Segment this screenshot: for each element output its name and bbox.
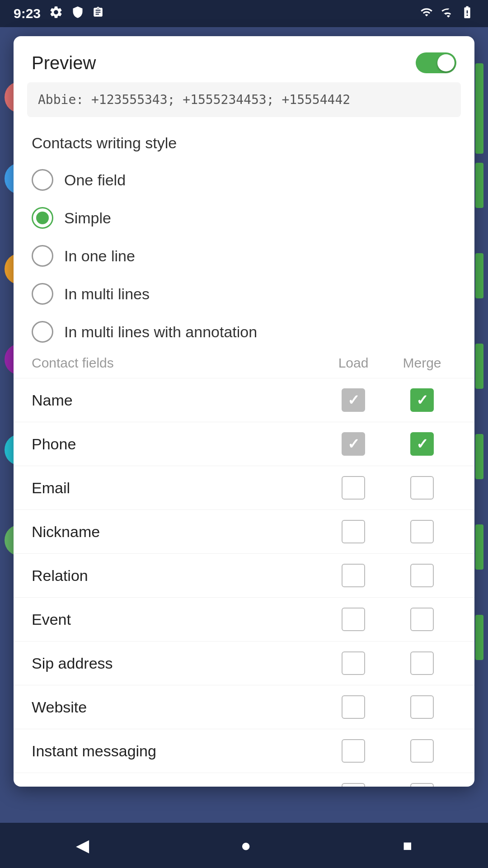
load-checkbox-1[interactable]: ✓ <box>326 432 380 456</box>
dialog: Preview Abbie: +123555343; +1555234453; … <box>14 36 474 787</box>
load-checkbox-box-7 <box>342 695 365 719</box>
clipboard-icon <box>92 5 104 23</box>
merge-checkbox-box-3 <box>410 520 434 543</box>
merge-checkbox-box-1: ✓ <box>410 432 434 456</box>
radio-label-one-field: One field <box>64 171 126 189</box>
load-checkbox-box-9 <box>342 783 365 787</box>
dialog-overlay: Preview Abbie: +123555343; +1555234453; … <box>0 27 488 868</box>
radio-label-in-multi-lines-annotation: In multi lines with annotation <box>64 323 257 341</box>
merge-checkbox-9[interactable] <box>395 783 449 787</box>
load-checkbox-box-6 <box>342 651 365 675</box>
load-checkbox-6[interactable] <box>326 651 380 675</box>
merge-checkbox-7[interactable] <box>395 695 449 719</box>
merge-checkbox-8[interactable] <box>395 739 449 763</box>
field-row: Sip address <box>14 641 474 685</box>
radio-label-in-multi-lines: In multi lines <box>64 285 150 303</box>
merge-checkbox-box-6 <box>410 651 434 675</box>
dialog-header: Preview <box>14 36 474 82</box>
nav-back-icon[interactable]: ◀ <box>76 835 89 855</box>
field-row: Event <box>14 597 474 641</box>
radio-in-one-line[interactable]: In one line <box>27 237 461 275</box>
radio-in-multi-lines[interactable]: In multi lines <box>27 275 461 313</box>
shield-icon <box>71 5 84 23</box>
checkmark-icon: ✓ <box>416 437 428 451</box>
toggle-thumb <box>437 54 455 71</box>
field-name-sip-address: Sip address <box>32 655 319 672</box>
field-name-nickname: Nickname <box>32 523 319 541</box>
merge-checkbox-4[interactable] <box>395 564 449 587</box>
load-checkbox-9[interactable] <box>326 783 380 787</box>
load-checkbox-box-4 <box>342 564 365 587</box>
load-checkbox-5[interactable] <box>326 608 380 631</box>
merge-col-label: Merge <box>395 355 449 371</box>
nav-recents-icon[interactable]: ■ <box>403 837 413 854</box>
load-checkbox-0[interactable]: ✓ <box>326 388 380 412</box>
wifi-icon <box>418 6 435 22</box>
merge-checkbox-1[interactable]: ✓ <box>395 432 449 456</box>
radio-label-in-one-line: In one line <box>64 247 135 265</box>
radio-circle-in-multi-lines-annotation <box>32 321 53 343</box>
radio-one-field[interactable]: One field <box>27 161 461 199</box>
field-row: Website <box>14 685 474 729</box>
field-row: Instant messaging <box>14 729 474 773</box>
radio-in-multi-lines-annotation[interactable]: In multi lines with annotation <box>27 313 461 351</box>
preview-toggle[interactable] <box>416 52 456 73</box>
nav-home-icon[interactable]: ● <box>241 836 251 855</box>
merge-checkbox-3[interactable] <box>395 520 449 543</box>
field-name-event: Event <box>32 611 319 628</box>
checkmark-icon: ✓ <box>347 393 360 407</box>
radio-circle-one-field <box>32 169 53 191</box>
nav-bar: ◀ ● ■ <box>0 823 488 868</box>
field-name-relation: Relation <box>32 567 319 585</box>
status-right <box>418 5 474 23</box>
writing-style-radio-group: One field Simple In one line In multi li… <box>14 161 474 351</box>
load-checkbox-8[interactable] <box>326 739 380 763</box>
contact-fields-list: Name✓✓Phone✓✓EmailNicknameRelationEventS… <box>14 378 474 787</box>
field-row: Email <box>14 466 474 509</box>
load-checkbox-7[interactable] <box>326 695 380 719</box>
merge-checkbox-box-0: ✓ <box>410 388 434 412</box>
load-checkbox-3[interactable] <box>326 520 380 543</box>
load-checkbox-box-5 <box>342 608 365 631</box>
merge-checkbox-2[interactable] <box>395 476 449 500</box>
field-row: Nickname <box>14 509 474 553</box>
field-name-email: Email <box>32 479 319 497</box>
merge-checkbox-5[interactable] <box>395 608 449 631</box>
load-checkbox-2[interactable] <box>326 476 380 500</box>
merge-checkbox-box-5 <box>410 608 434 631</box>
radio-inner-simple <box>36 212 49 224</box>
load-checkbox-4[interactable] <box>326 564 380 587</box>
checkmark-icon: ✓ <box>416 393 428 407</box>
load-col-label: Load <box>326 355 380 371</box>
radio-circle-in-multi-lines <box>32 283 53 305</box>
load-checkbox-box-1: ✓ <box>342 432 365 456</box>
dialog-title: Preview <box>32 53 96 73</box>
merge-checkbox-box-9 <box>410 783 434 787</box>
contact-fields-header: Contact fields Load Merge <box>14 351 474 378</box>
status-left: 9:23 <box>14 5 104 23</box>
contact-fields-label: Contact fields <box>32 355 319 371</box>
load-checkbox-box-2 <box>342 476 365 500</box>
checkmark-icon: ✓ <box>347 437 360 451</box>
status-time: 9:23 <box>14 6 41 21</box>
merge-checkbox-box-7 <box>410 695 434 719</box>
field-row: Phone✓✓ <box>14 422 474 466</box>
field-row: Name✓✓ <box>14 378 474 422</box>
merge-checkbox-box-4 <box>410 564 434 587</box>
field-name-phone: Phone <box>32 435 319 453</box>
merge-checkbox-6[interactable] <box>395 651 449 675</box>
radio-circle-in-one-line <box>32 245 53 267</box>
radio-simple[interactable]: Simple <box>27 199 461 237</box>
signal-icon <box>441 5 454 23</box>
field-name-name: Name <box>32 392 319 409</box>
field-row: Organization <box>14 773 474 787</box>
writing-style-label: Contacts writing style <box>14 130 474 161</box>
load-checkbox-box-0: ✓ <box>342 388 365 412</box>
battery-icon <box>460 5 474 23</box>
load-checkbox-box-3 <box>342 520 365 543</box>
field-row: Relation <box>14 553 474 597</box>
field-name-organization: Organization <box>32 786 319 787</box>
merge-checkbox-0[interactable]: ✓ <box>395 388 449 412</box>
preview-text: Abbie: +123555343; +1555234453; +1555444… <box>27 82 461 117</box>
load-checkbox-box-8 <box>342 739 365 763</box>
